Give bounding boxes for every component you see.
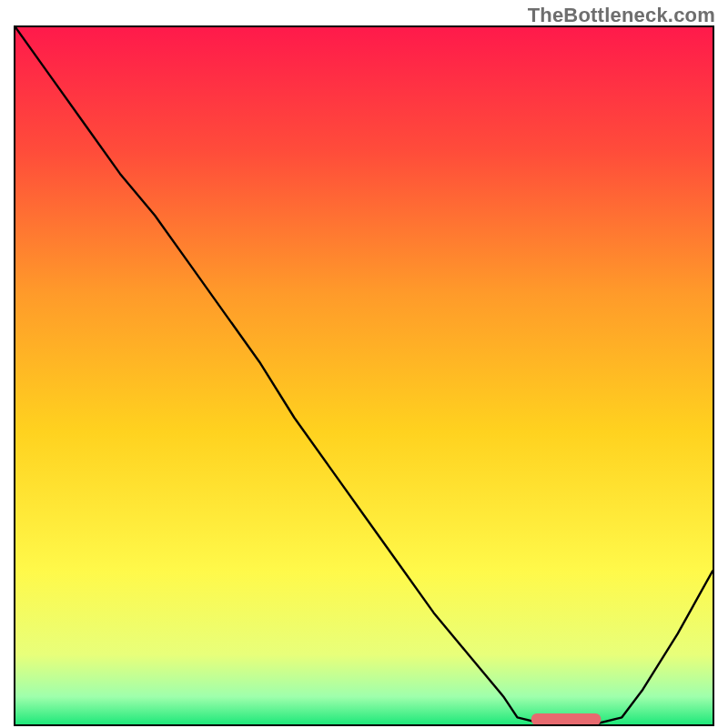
chart-svg bbox=[15, 27, 713, 724]
gradient-background bbox=[15, 27, 713, 724]
watermark-text: TheBottleneck.com bbox=[528, 4, 715, 27]
optimal-range-marker bbox=[531, 713, 602, 724]
chart-frame bbox=[14, 25, 714, 726]
